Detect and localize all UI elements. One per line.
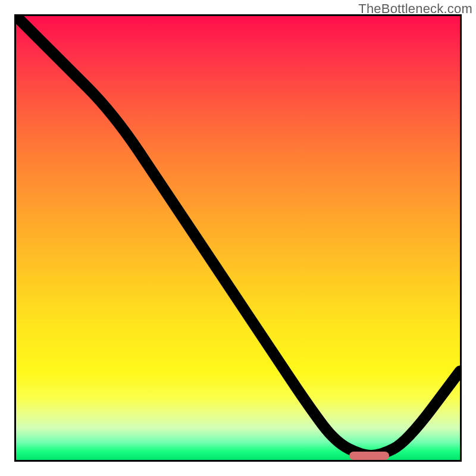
chart-stage: TheBottleneck.com bbox=[0, 0, 476, 476]
watermark-label: TheBottleneck.com bbox=[358, 1, 472, 17]
optimal-range-marker bbox=[349, 452, 389, 460]
curve-svg bbox=[16, 16, 460, 460]
bottleneck-curve bbox=[16, 16, 460, 456]
plot-area bbox=[14, 14, 462, 462]
